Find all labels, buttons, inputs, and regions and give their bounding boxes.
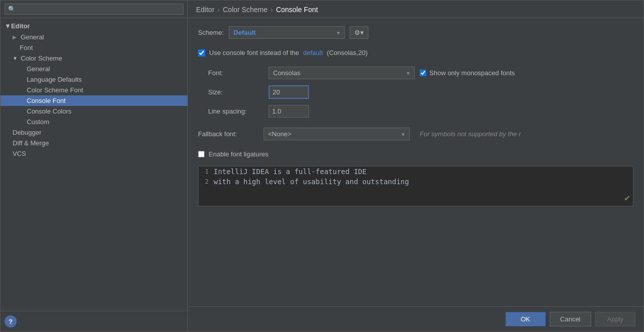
line-content-2: with a high level of usability and outst…	[214, 178, 409, 186]
breadcrumb-console-font: Console Font	[276, 6, 318, 14]
search-bar	[1, 1, 187, 18]
sidebar-item-label-cs-general: General	[27, 65, 183, 73]
gear-button[interactable]: ⚙▾	[350, 26, 368, 39]
ligatures-checkbox[interactable]	[198, 151, 205, 157]
font-dropdown-wrapper: Consolas Arial Courier New Monospace ▼	[269, 67, 415, 79]
size-row: Size: 20	[208, 85, 633, 99]
breadcrumb-color-scheme: Color Scheme	[223, 6, 268, 14]
use-console-font-row: Use console font instead of the default …	[198, 49, 633, 57]
settings-dialog: ▼ Editor ▶ General Font ▼ Color Scheme	[0, 0, 644, 332]
line-spacing-row: Line spacing: 1.0	[208, 105, 633, 118]
dialog-footer: OK Cancel Apply	[188, 306, 643, 331]
sidebar-item-label-debugger: Debugger	[13, 129, 183, 136]
sidebar-item-label-language-defaults: Language Defaults	[27, 76, 183, 83]
sidebar-item-label-font: Font	[20, 44, 183, 51]
sidebar-item-label-custom: Custom	[27, 118, 183, 126]
ligatures-row: Enable font ligatures	[198, 150, 633, 158]
scheme-select[interactable]: Default Darcula High Contrast Monokai	[229, 26, 345, 39]
sidebar-bottom: ?	[1, 311, 187, 331]
sidebar-item-debugger[interactable]: Debugger	[1, 127, 187, 138]
preview-area: 1 IntelliJ IDEA is a full-featured IDE 2…	[198, 166, 633, 206]
sidebar-item-vcs[interactable]: VCS	[1, 148, 187, 159]
sidebar-item-label-console-font: Console Font	[27, 97, 183, 104]
sidebar-item-label-console-colors: Console Colors	[27, 107, 183, 115]
main-panel: Editor › Color Scheme › Console Font Sch…	[188, 1, 643, 331]
sidebar-tree: ▼ Editor ▶ General Font ▼ Color Scheme	[1, 18, 187, 161]
use-console-font-text: Use console font instead of the	[209, 49, 299, 57]
fallback-hint: For symbols not supported by the r	[420, 130, 521, 138]
font-row: Font: Consolas Arial Courier New Monospa…	[208, 67, 633, 79]
sidebar-item-console-colors[interactable]: Console Colors	[1, 106, 187, 117]
apply-button[interactable]: Apply	[595, 312, 635, 326]
expand-arrow-color-scheme: ▼	[13, 56, 20, 61]
show-monospaced-checkbox[interactable]	[420, 70, 426, 76]
sidebar-item-label-general: General	[21, 33, 183, 41]
default-font-link[interactable]: default	[303, 49, 323, 57]
fallback-row: Fallback font: <None> ▼ For symbols not …	[198, 128, 633, 140]
sidebar-item-label-diff-merge: Diff & Merge	[13, 139, 183, 147]
sidebar-item-label-vcs: VCS	[13, 150, 183, 157]
default-font-hint: (Consolas,20)	[327, 49, 368, 57]
preview-line-1: 1 IntelliJ IDEA is a full-featured IDE	[199, 167, 633, 177]
breadcrumb-sep2: ›	[271, 6, 273, 14]
sidebar-item-general[interactable]: ▶ General	[1, 32, 187, 42]
use-console-font-checkbox[interactable]	[198, 49, 205, 57]
sidebar: ▼ Editor ▶ General Font ▼ Color Scheme	[1, 1, 188, 331]
fallback-label: Fallback font:	[198, 130, 259, 138]
sidebar-item-language-defaults[interactable]: Language Defaults	[1, 74, 187, 85]
show-monospaced-label: Show only monospaced fonts	[429, 69, 515, 77]
fallback-dropdown-wrapper: <None> ▼	[264, 128, 410, 140]
font-label: Font:	[208, 69, 264, 77]
sidebar-item-color-scheme[interactable]: ▼ Color Scheme	[1, 53, 187, 64]
scheme-dropdown-wrapper: Default Darcula High Contrast Monokai ▼	[229, 26, 345, 39]
sidebar-item-cs-general[interactable]: General	[1, 64, 187, 74]
breadcrumb: Editor › Color Scheme › Console Font	[188, 1, 643, 18]
sidebar-item-diff-merge[interactable]: Diff & Merge	[1, 138, 187, 148]
line-spacing-input[interactable]: 1.0	[269, 105, 309, 118]
sidebar-item-custom[interactable]: Custom	[1, 117, 187, 127]
help-button[interactable]: ?	[5, 315, 17, 327]
line-num-2: 2	[199, 178, 214, 185]
preview-line-2: 2 with a high level of usability and out…	[199, 177, 633, 187]
ok-button[interactable]: OK	[505, 312, 546, 326]
expand-arrow-editor: ▼	[5, 22, 11, 30]
sidebar-item-editor[interactable]: ▼ Editor	[1, 20, 187, 32]
ligatures-label: Enable font ligatures	[209, 150, 269, 158]
sidebar-item-color-scheme-font[interactable]: Color Scheme Font	[1, 85, 187, 95]
size-input[interactable]: 20	[269, 85, 309, 99]
breadcrumb-sep1: ›	[218, 6, 220, 14]
expand-arrow-general: ▶	[13, 34, 20, 40]
line-spacing-label: Line spacing:	[208, 107, 264, 115]
sidebar-item-label-color-scheme-font: Color Scheme Font	[27, 86, 183, 94]
preview-checkmark-icon: ✔	[624, 192, 630, 203]
line-content-1: IntelliJ IDEA is a full-featured IDE	[214, 168, 366, 176]
sidebar-item-label-editor: Editor	[11, 22, 183, 30]
size-label: Size:	[208, 88, 264, 96]
show-monospaced-row: Show only monospaced fonts	[420, 69, 515, 77]
sidebar-item-label-color-scheme: Color Scheme	[21, 54, 183, 62]
cancel-button[interactable]: Cancel	[550, 312, 591, 326]
search-input[interactable]	[5, 4, 183, 15]
sidebar-item-console-font[interactable]: Console Font	[1, 95, 187, 106]
fallback-select[interactable]: <None>	[264, 128, 410, 140]
scheme-label: Scheme:	[198, 29, 224, 36]
sidebar-item-font[interactable]: Font	[1, 42, 187, 53]
font-select[interactable]: Consolas Arial Courier New Monospace	[269, 67, 415, 79]
scheme-row: Scheme: Default Darcula High Contrast Mo…	[198, 26, 633, 39]
main-body: Scheme: Default Darcula High Contrast Mo…	[188, 18, 643, 306]
font-settings: Font: Consolas Arial Courier New Monospa…	[208, 67, 633, 118]
breadcrumb-editor: Editor	[196, 6, 215, 14]
line-num-1: 1	[199, 168, 214, 175]
